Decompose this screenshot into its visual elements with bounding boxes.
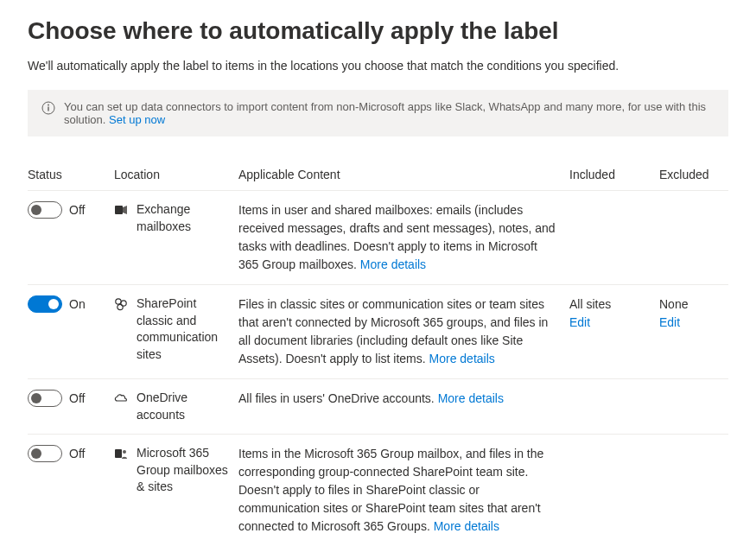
svg-rect-2 — [48, 107, 48, 111]
toggle-sharepoint[interactable] — [28, 295, 62, 313]
m365-groups-icon — [114, 447, 128, 460]
table-header: Status Location Applicable Content Inclu… — [28, 157, 728, 190]
applicable-content: Items in the Microsoft 365 Group mailbox… — [238, 445, 566, 536]
location-name: SharePoint classic and communication sit… — [137, 295, 235, 363]
location-name: OneDrive accounts — [137, 390, 235, 423]
set-up-now-link[interactable]: Set up now — [109, 113, 165, 126]
more-details-link[interactable]: More details — [429, 352, 495, 365]
info-banner: You can set up data connectors to import… — [28, 90, 728, 136]
table-row: Off Microsoft 365 Group mailboxes & site… — [28, 434, 728, 546]
edit-excluded-link[interactable]: Edit — [659, 314, 728, 332]
toggle-label: Off — [69, 391, 85, 405]
applicable-content: Items in user and shared mailboxes: emai… — [238, 201, 566, 274]
toggle-m365-groups[interactable] — [28, 445, 62, 462]
page-title: Choose where to automatically apply the … — [28, 17, 728, 45]
col-content: Applicable Content — [238, 168, 566, 181]
info-banner-text: You can set up data connectors to import… — [64, 100, 715, 126]
toggle-label: On — [69, 297, 86, 311]
more-details-link[interactable]: More details — [360, 257, 426, 271]
sharepoint-icon — [114, 297, 128, 311]
content-text: All files in users' OneDrive accounts. — [238, 391, 438, 405]
applicable-content: All files in users' OneDrive accounts. M… — [238, 390, 566, 408]
page-subtitle: We'll automatically apply the label to i… — [28, 59, 728, 73]
svg-rect-3 — [115, 206, 123, 214]
excluded-value: None — [659, 297, 688, 311]
excluded-cell: None Edit — [659, 295, 728, 332]
included-value: All sites — [569, 297, 611, 311]
exchange-icon — [114, 203, 128, 217]
table-row: Off OneDrive accounts All files in users… — [28, 378, 728, 434]
toggle-exchange[interactable] — [28, 201, 62, 219]
col-excluded: Excluded — [659, 168, 728, 181]
content-text: Files in classic sites or communication … — [238, 297, 548, 365]
applicable-content: Files in classic sites or communication … — [238, 295, 566, 368]
more-details-link[interactable]: More details — [438, 391, 504, 405]
svg-point-1 — [48, 105, 49, 106]
included-cell: All sites Edit — [569, 295, 656, 332]
edit-included-link[interactable]: Edit — [569, 314, 656, 332]
locations-table: Status Location Applicable Content Inclu… — [28, 157, 728, 546]
table-row: On SharePoint classic and communication … — [28, 284, 728, 378]
toggle-label: Off — [69, 447, 85, 460]
location-name: Exchange mailboxes — [137, 201, 235, 235]
onedrive-icon — [114, 391, 128, 405]
toggle-onedrive[interactable] — [28, 390, 62, 407]
info-icon — [41, 101, 55, 117]
svg-point-6 — [118, 304, 123, 309]
location-name: Microsoft 365 Group mailboxes & sites — [137, 445, 235, 496]
more-details-link[interactable]: More details — [434, 519, 499, 533]
col-included: Included — [569, 168, 656, 181]
col-status: Status — [28, 168, 111, 181]
table-row: Off Exchange mailboxes Items in user and… — [28, 190, 728, 284]
col-location: Location — [114, 168, 235, 181]
svg-point-8 — [123, 450, 126, 454]
svg-rect-7 — [115, 449, 122, 458]
toggle-label: Off — [69, 203, 85, 217]
